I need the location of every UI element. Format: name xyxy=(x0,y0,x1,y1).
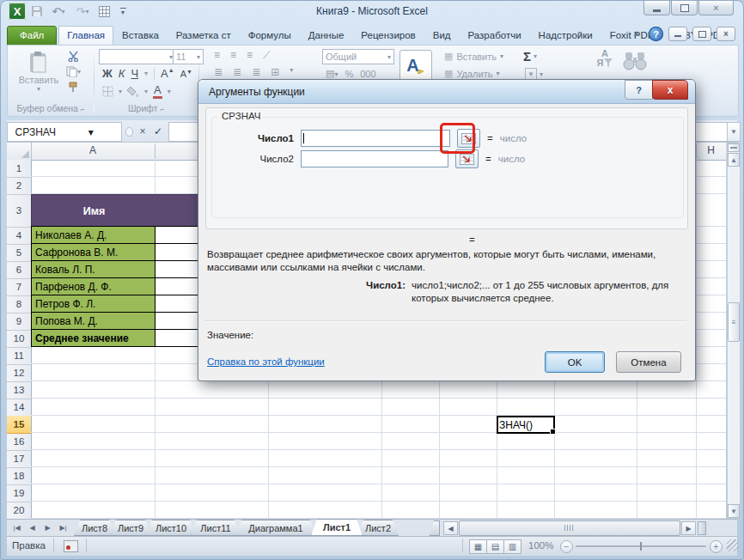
split-handle[interactable] xyxy=(728,143,740,152)
row-header-10[interactable]: 10 xyxy=(7,330,31,348)
dialog-close-button[interactable]: x xyxy=(652,80,688,100)
save-button[interactable] xyxy=(29,3,45,19)
page-break-view-button[interactable]: ▥ xyxy=(503,539,521,554)
find-select-button[interactable] xyxy=(623,51,647,73)
column-header-A[interactable]: A xyxy=(31,144,155,159)
cancel-entry-button[interactable]: × xyxy=(136,124,149,138)
sheet-tab-Лист1[interactable]: Лист1 xyxy=(311,519,363,536)
row-header-7[interactable]: 7 xyxy=(7,278,31,296)
delete-cells-button[interactable]: ▦Удалить▾ xyxy=(444,68,499,79)
row-header-13[interactable]: 13 xyxy=(7,381,31,399)
currency-button[interactable]: ▤▾ xyxy=(326,68,338,79)
minimize-workbook-button[interactable] xyxy=(668,27,687,41)
ok-button[interactable]: OK xyxy=(545,351,605,373)
tab-page-layout[interactable]: Разметка ст xyxy=(168,26,240,46)
tab-formulas[interactable]: Формулы xyxy=(240,26,300,46)
sheet-tab-Лист2[interactable]: Лист2 xyxy=(357,520,399,536)
tab-file[interactable]: Файл xyxy=(7,26,57,46)
styles-button[interactable]: А xyxy=(399,50,432,81)
minimize-ribbon-button[interactable]: ▲ xyxy=(630,28,643,40)
expand-formula-bar-button[interactable]: ▼ xyxy=(727,122,741,142)
function-help-link[interactable]: Справка по этой функции xyxy=(207,356,325,367)
tab-split-handle[interactable] xyxy=(698,521,706,535)
help-button[interactable]: ? xyxy=(649,27,663,41)
align-buttons[interactable]: ≣≣≣⊞▾ xyxy=(214,66,293,78)
name-cell[interactable]: Сафронова В. М. xyxy=(31,243,156,261)
dialog-title-bar[interactable]: Аргументы функции xyxy=(198,80,695,104)
sheet-tab-Лист11[interactable]: Лист11 xyxy=(191,520,241,536)
percent-button[interactable]: % xyxy=(345,69,353,79)
close-window-button[interactable]: × xyxy=(698,1,734,15)
name-cell[interactable]: Парфенов Д. Ф. xyxy=(31,277,156,295)
macro-record-icon[interactable] xyxy=(64,540,78,552)
align-top-buttons[interactable]: ≡≡≡⟋ xyxy=(214,49,270,61)
prev-sheet-button[interactable]: ◀ xyxy=(26,521,39,534)
zoom-in-button[interactable]: + xyxy=(710,540,723,553)
restore-workbook-button[interactable] xyxy=(692,27,711,41)
row-header-19[interactable]: 19 xyxy=(7,484,31,502)
cancel-button[interactable]: Отмена xyxy=(616,351,681,373)
minimize-window-button[interactable] xyxy=(643,1,670,15)
restore-window-button[interactable] xyxy=(671,1,698,15)
zoom-slider-handle[interactable] xyxy=(640,542,642,551)
tab-review[interactable]: Рецензиров xyxy=(352,26,424,46)
qat-customize-button[interactable]: ▼ xyxy=(115,3,131,19)
close-workbook-button[interactable]: × xyxy=(717,27,735,41)
row-header-15[interactable]: 15 xyxy=(7,416,31,434)
scroll-up-button[interactable]: ▲ xyxy=(728,153,740,167)
row-header-9[interactable]: 9 xyxy=(7,313,31,331)
name-cell[interactable]: Попова М. Д. xyxy=(31,312,156,330)
select-all-corner[interactable] xyxy=(7,143,32,161)
zoom-out-button[interactable]: − xyxy=(560,540,573,553)
sheet-tab-Лист8[interactable]: Лист8 xyxy=(74,520,115,536)
scroll-down-button[interactable]: ▼ xyxy=(728,504,740,518)
vertical-scroll-thumb[interactable]: ≡ xyxy=(728,302,740,342)
row-header-16[interactable]: 16 xyxy=(7,433,31,451)
number-format-select[interactable]: Общий▾ xyxy=(322,49,394,64)
sheet-tab-Лист10[interactable]: Лист10 xyxy=(146,520,196,536)
row-header-8[interactable]: 8 xyxy=(7,295,31,313)
first-sheet-button[interactable]: |◀ xyxy=(10,521,23,534)
horizontal-scroll-thumb[interactable] xyxy=(459,520,680,536)
row-header-20[interactable]: 20 xyxy=(7,502,31,520)
name-cell[interactable]: Коваль Л. П. xyxy=(31,260,156,278)
arg2-input[interactable] xyxy=(301,150,448,167)
name-box[interactable]: СРЗНАЧ ▾ xyxy=(7,122,122,142)
sheet-tab-Лист9[interactable]: Лист9 xyxy=(110,520,151,536)
row-header-17[interactable]: 17 xyxy=(7,450,31,468)
tab-view[interactable]: Вид xyxy=(424,26,460,46)
page-layout-view-button[interactable]: ▤ xyxy=(486,539,504,554)
table-tool-button[interactable] xyxy=(96,3,112,19)
thousands-button[interactable]: 000 xyxy=(360,69,375,79)
row-header-5[interactable]: 5 xyxy=(7,244,31,262)
enter-entry-button[interactable]: ✓ xyxy=(151,124,165,138)
name-cell[interactable]: Николаев А. Д. xyxy=(31,226,156,244)
hscroll-left-button[interactable]: ◀ xyxy=(443,521,458,535)
tab-developer[interactable]: Разработчи xyxy=(460,26,530,46)
tab-data[interactable]: Данные xyxy=(300,26,353,46)
next-sheet-button[interactable]: ▶ xyxy=(41,521,54,534)
summary-cell[interactable]: Среднее значение xyxy=(31,329,156,347)
insert-cells-button[interactable]: ▦Вставить▾ xyxy=(444,51,503,62)
row-header-12[interactable]: 12 xyxy=(7,364,31,382)
row-header-4[interactable]: 4 xyxy=(7,227,31,245)
row-header-6[interactable]: 6 xyxy=(7,261,31,279)
redo-button[interactable]: ↷▾ xyxy=(72,3,93,19)
dialog-help-button[interactable]: ? xyxy=(625,80,653,100)
undo-button[interactable]: ↶▾ xyxy=(48,3,69,19)
active-cell[interactable]: ЗНАЧ() xyxy=(497,416,555,434)
tab-addins[interactable]: Надстройки xyxy=(530,26,601,46)
column-header-H[interactable]: H xyxy=(696,144,726,159)
arg1-input[interactable] xyxy=(301,130,450,147)
sort-filter-button[interactable]: А Я xyxy=(590,49,619,68)
fill-button[interactable]: ▼▾ xyxy=(525,68,543,80)
namebox-splitter[interactable] xyxy=(125,127,133,137)
sheet-tab-Диаграмма1[interactable]: Диаграмма1 xyxy=(235,520,316,536)
row-header-11[interactable]: 11 xyxy=(7,347,31,365)
row-header-14[interactable]: 14 xyxy=(7,399,31,417)
row-header-3[interactable]: 3 xyxy=(7,194,31,228)
row-header-1[interactable]: 1 xyxy=(7,160,31,178)
tab-home[interactable]: Главная xyxy=(58,26,113,46)
resize-grip[interactable] xyxy=(727,539,739,551)
autosum-button[interactable]: Σ▾ xyxy=(523,49,537,64)
